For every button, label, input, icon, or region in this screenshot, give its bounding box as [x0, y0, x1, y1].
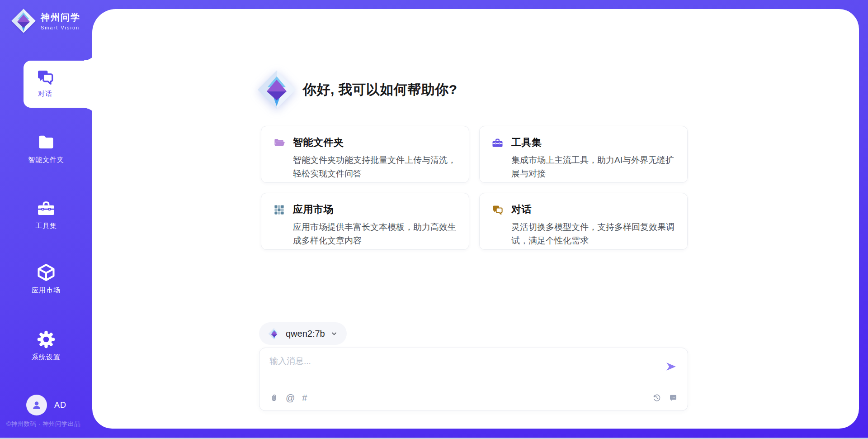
folder-open-icon	[273, 137, 285, 149]
avatar	[26, 395, 47, 415]
chevron-down-icon	[330, 330, 338, 337]
history-icon[interactable]	[652, 393, 661, 402]
model-selector[interactable]: qwen2:7b	[259, 322, 347, 345]
sidebar-item-label: 工具集	[35, 222, 57, 230]
toolbox-icon	[36, 198, 56, 218]
card-smart-folders[interactable]: 智能文件夹 智能文件夹功能支持批量文件上传与清洗，轻松实现文件问答	[261, 126, 469, 183]
user-account[interactable]: AD	[26, 395, 66, 415]
main-panel: 你好, 我可以如何帮助你? 智能文件夹 智能文件夹功能支持批量文件上传与清洗，轻…	[92, 9, 859, 429]
sidebar: 神州问学 Smart Vision 对话 智能文件夹 工具集 应用市场 系统设置	[0, 0, 92, 439]
card-description: 智能文件夹功能支持批量文件上传与清洗，轻松实现文件问答	[293, 153, 457, 181]
chat-bubbles-icon	[491, 204, 504, 216]
message-composer: @ #	[259, 348, 688, 411]
feature-cards: 智能文件夹 智能文件夹功能支持批量文件上传与清洗，轻松实现文件问答 工具集 集成…	[261, 126, 688, 250]
brand-title: 神州问学	[41, 11, 80, 24]
card-title: 智能文件夹	[293, 136, 344, 149]
sidebar-item-label: 应用市场	[32, 286, 61, 295]
sidebar-item-label: 对话	[38, 90, 52, 98]
composer-toolbar: @ #	[269, 389, 678, 407]
person-icon	[30, 399, 43, 411]
card-app-market[interactable]: 应用市场 应用市场提供丰富长文本模板，助力高效生成多样化文章内容	[261, 193, 469, 250]
chat-filled-icon[interactable]	[669, 393, 678, 402]
card-description: 应用市场提供丰富长文本模板，助力高效生成多样化文章内容	[293, 220, 457, 248]
card-title: 工具集	[511, 136, 542, 149]
sidebar-item-toolset[interactable]: 工具集	[0, 198, 92, 230]
user-name: AD	[54, 401, 66, 410]
sidebar-item-smart-folders[interactable]: 智能文件夹	[0, 132, 92, 164]
toolbox-icon	[491, 137, 504, 149]
card-description: 集成市场上主流工具，助力AI与外界无缝扩展与对接	[511, 153, 675, 181]
card-toolset[interactable]: 工具集 集成市场上主流工具，助力AI与外界无缝扩展与对接	[479, 126, 688, 183]
model-name: qwen2:7b	[286, 329, 325, 339]
app-window: 你好, 我可以如何帮助你? 智能文件夹 智能文件夹功能支持批量文件上传与清洗，轻…	[0, 0, 868, 439]
sidebar-item-chat[interactable]: 对话	[24, 61, 97, 108]
gear-icon	[36, 329, 56, 349]
card-title: 应用市场	[293, 203, 334, 216]
sidebar-item-settings[interactable]: 系统设置	[0, 329, 92, 362]
model-gem-icon	[268, 328, 280, 340]
chat-bubbles-icon	[36, 67, 55, 86]
send-button[interactable]	[665, 361, 677, 372]
card-description: 灵活切换多模型文件，支持多样回复效果调试，满足个性化需求	[511, 220, 675, 248]
composer-divider	[264, 384, 683, 384]
greeting: 你好, 我可以如何帮助你?	[257, 70, 458, 110]
hashtag-icon[interactable]: #	[302, 393, 307, 402]
copyright-text: ©神州数码 · 神州问学出品	[6, 420, 80, 428]
sidebar-item-app-market[interactable]: 应用市场	[0, 262, 92, 295]
grid-icon	[273, 204, 285, 216]
card-chat[interactable]: 对话 灵活切换多模型文件，支持多样回复效果调试，满足个性化需求	[479, 193, 688, 250]
brand-logo: 神州问学 Smart Vision	[11, 8, 80, 33]
card-title: 对话	[511, 203, 532, 216]
brand-gem-icon	[11, 8, 36, 33]
sidebar-item-label: 系统设置	[32, 353, 61, 362]
box-icon	[36, 262, 56, 282]
folder-icon	[36, 132, 56, 152]
message-input[interactable]	[259, 348, 688, 381]
sidebar-item-label: 智能文件夹	[28, 156, 64, 164]
brand-subtitle: Smart Vision	[41, 25, 80, 30]
mention-icon[interactable]: @	[286, 393, 295, 402]
brand-gem-icon	[257, 70, 297, 110]
send-icon	[665, 361, 677, 372]
greeting-title: 你好, 我可以如何帮助你?	[303, 81, 458, 99]
attachment-icon[interactable]	[269, 393, 278, 402]
